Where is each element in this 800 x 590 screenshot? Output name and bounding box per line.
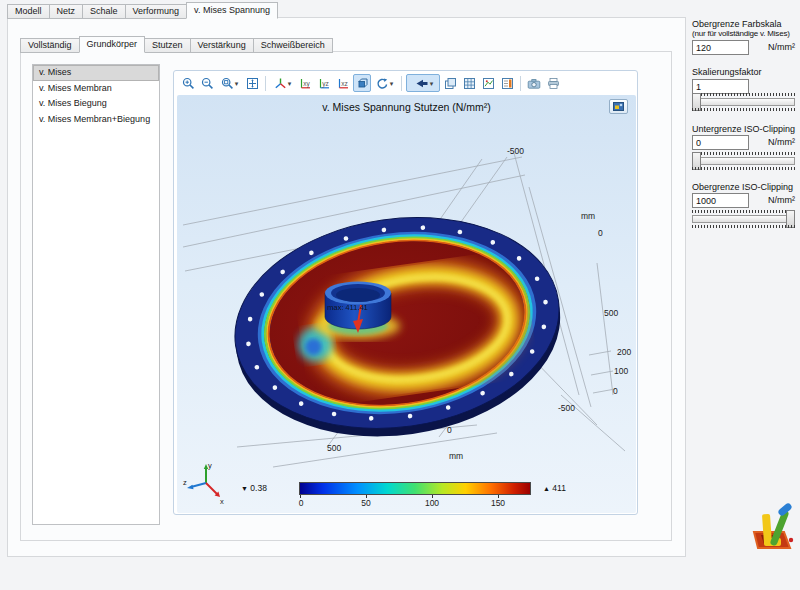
colorbar-tick-label: 0 [299,498,304,508]
plot-title: v. Mises Spannung Stutzen (N/mm²) [177,101,636,113]
axis-tick-label: 500 [604,308,618,318]
slider-track[interactable] [692,157,795,165]
min-marker-icon: ▼ [241,485,248,492]
slider-ticks [692,210,795,213]
show-grid-icon[interactable] [460,74,478,92]
axis-unit-label: mm [581,211,595,221]
list-item-v-mises-biegung[interactable]: v. Mises Biegung [33,96,159,112]
toolbar-separator [520,76,521,91]
skalierungsfaktor-input[interactable] [692,79,749,94]
svg-text:yz: yz [322,79,329,87]
tab-schale[interactable]: Schale [82,4,126,19]
3d-scene: max: 411.41 [177,95,636,513]
colorbar-tick-label: 100 [425,498,439,508]
default-3d-view-icon[interactable]: ▾ [270,74,295,92]
tab-verformung[interactable]: Verformung [125,4,188,19]
tab-stutzen[interactable]: Stutzen [144,38,191,53]
color-scale-bar [299,482,531,495]
axis-tick-label: -500 [558,403,575,413]
unit-label: N/mm² [692,137,795,147]
obergrenze-iso-clipping-slider[interactable] [692,210,795,228]
unit-label: N/mm² [692,195,795,205]
axis-tick-label: 0 [613,386,618,396]
svg-text:xz: xz [341,79,348,86]
axis-tick-label: 100 [614,366,628,376]
main-tab-bar: Modell Netz Schale Verformung v. Mises S… [7,2,277,19]
graphics-window: ▾ ▾ xy yz xz ▾ ▾ [173,70,638,515]
untergrenze-iso-clipping-label: Untergrenze ISO-Clipping [692,124,795,134]
plot-image-icon [613,102,624,111]
slider-track[interactable] [692,98,795,106]
axis-tick-label: 500 [327,443,341,453]
axis-tick-label: 0 [447,425,452,435]
orthographic-projection-icon[interactable] [353,74,371,92]
open-plot-window-button[interactable] [609,99,628,114]
max-annotation: max: 411.41 [327,303,368,312]
slider-ticks [692,152,795,155]
colorbar-min-value: ▼ 0.38 [241,483,267,493]
axis-tick-label: -500 [507,146,524,156]
sub-tab-bar: Vollständig Grundkörper Stutzen Verstärk… [20,36,332,53]
rotate-icon[interactable]: ▾ [372,74,397,92]
graphics-toolbar: ▾ ▾ xy yz xz ▾ ▾ [177,73,562,93]
zoom-extents-icon[interactable] [243,74,261,92]
max-marker-icon: ▲ [543,485,550,492]
dropdown-caret-icon[interactable]: ▾ [430,80,434,87]
obergrenze-farbskala-sublabel: (nur für vollständige v. Mises) [692,29,790,38]
image-snapshot-icon[interactable] [525,74,543,92]
svg-text:xy: xy [303,79,310,87]
result-listbox[interactable]: v. Mises v. Mises Membran v. Mises Biegu… [32,64,160,525]
dropdown-caret-icon[interactable]: ▾ [288,80,292,87]
tab-v-mises-spannung[interactable]: v. Mises Spannung [186,2,278,19]
tab-vollstaendig[interactable]: Vollständig [20,38,80,53]
view-yz-icon[interactable]: yz [315,74,333,92]
view-xy-icon[interactable]: xy [296,74,314,92]
slider-track[interactable] [692,215,795,223]
slider-ticks [692,167,795,170]
tab-schweissbereich[interactable]: Schweißbereich [253,38,333,53]
svg-text:z: z [183,478,187,487]
scene-light-icon[interactable]: ▾ [406,74,440,92]
coordinate-triad-icon: y z x [182,459,228,505]
colorbar-tick-label: 150 [491,498,505,508]
skalierungsfaktor-label: Skalierungsfaktor [692,67,762,77]
settings-panel: Obergrenze Farbskala (nur für vollständi… [690,0,797,240]
slider-ticks [692,93,795,96]
untergrenze-iso-clipping-slider[interactable] [692,152,795,170]
axis-unit-label: mm [449,451,463,461]
colorbar-max-value: ▲ 411 [543,483,566,493]
slider-ticks [692,225,795,228]
tab-netz[interactable]: Netz [49,4,84,19]
dropdown-caret-icon[interactable]: ▾ [390,80,394,87]
tab-verstaerkung[interactable]: Verstärkung [190,38,254,53]
list-item-v-mises[interactable]: v. Mises [33,65,159,81]
obergrenze-iso-clipping-label: Obergrenze ISO-Clipping [692,182,793,192]
zoom-out-icon[interactable] [198,74,216,92]
colorbar-tick-label: 50 [361,498,370,508]
toolbar-separator [265,76,266,91]
svg-text:y: y [208,461,212,470]
view-xz-icon[interactable]: xz [334,74,352,92]
color-legend-icon[interactable] [498,74,516,92]
dropdown-caret-icon[interactable]: ▾ [235,80,239,87]
nozzle-cylinder: max: 411.41 [316,282,400,340]
axis-tick-label: 0 [598,228,603,238]
slider-ticks [692,108,795,111]
plot-canvas[interactable]: max: 411.41 v. Mises Spannung Stutzen (N… [177,95,636,513]
zoom-in-icon[interactable] [179,74,197,92]
unit-label: N/mm² [692,42,795,52]
copy-image-icon[interactable] [441,74,459,92]
plot-settings-icon[interactable] [479,74,497,92]
list-item-v-mises-membran-biegung[interactable]: v. Mises Membran+Biegung [33,112,159,128]
skalierungsfaktor-slider[interactable] [692,93,795,111]
tab-grundkoerper[interactable]: Grundkörper [79,36,146,53]
zoom-box-icon[interactable]: ▾ [217,74,242,92]
print-icon[interactable] [544,74,562,92]
toolbar-separator [401,76,402,91]
obergrenze-farbskala-label: Obergrenze Farbskala [692,19,782,29]
app-logo [750,502,796,550]
list-item-v-mises-membran[interactable]: v. Mises Membran [33,81,159,97]
svg-text:x: x [220,497,224,505]
axis-tick-label: 200 [617,347,631,357]
tab-modell[interactable]: Modell [7,4,50,19]
